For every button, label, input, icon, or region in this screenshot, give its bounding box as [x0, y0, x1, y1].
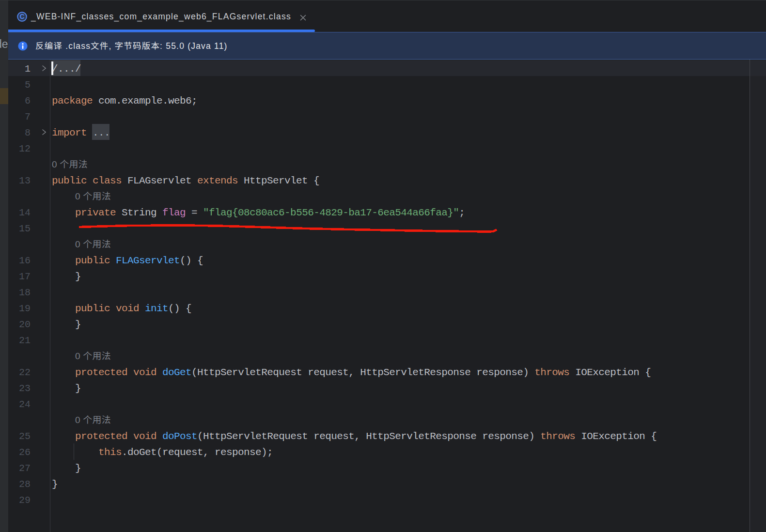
svg-text:C: C: [19, 13, 24, 20]
